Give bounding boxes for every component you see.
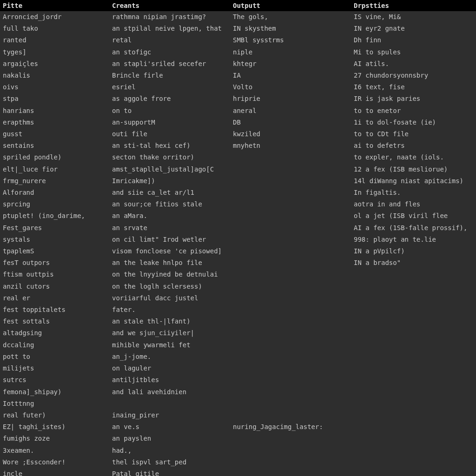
table-row[interactable]: femona]_shipay)and lali avehidnien (0, 386, 476, 398)
table-row[interactable]: 3xeamen.had., (0, 445, 476, 456)
table-row[interactable]: nakalisBrincle firleIA27 chundorsyonnsbr… (0, 70, 476, 81)
table-row[interactable]: Fest_garesan srvateAI a fex (1SB-falle p… (0, 222, 476, 234)
cell: retal (109, 34, 230, 46)
cell (351, 421, 476, 433)
cell: an stpilal neive lpgen, that (109, 23, 230, 34)
cell: real er (0, 292, 109, 304)
table-row[interactable]: elt|_luce fioramst_stapllel_justal]ago[C… (0, 164, 476, 175)
cell: 998: plaoyt an te.lie (351, 234, 476, 245)
cell: fumighs zoze (0, 433, 109, 444)
table-row[interactable]: tyges]an stofigcnipleMi to spules (0, 46, 476, 58)
table-row[interactable]: fesT outporsan the leake hnlpo fileIN a … (0, 257, 476, 269)
cell: fest sottals (0, 316, 109, 327)
cell: mihible ywarmeli fet (109, 339, 230, 351)
table-row[interactable]: full takoan stpilal neive lpgen, thatIN … (0, 23, 476, 34)
table-row[interactable]: erapthmsan-supportMDB1i to dol-fosate (i… (0, 117, 476, 128)
table-row[interactable]: systalson cil limt" Irod wetler998: plao… (0, 234, 476, 245)
cell (230, 164, 351, 175)
cell: an_j-jome. (109, 351, 230, 363)
table-row[interactable]: ftism outtpison the lnyyined be detnulai (0, 269, 476, 280)
table-row[interactable]: inclePatal_gitile (0, 468, 476, 476)
table-row[interactable]: ptuplet! (ino_darime,an aMara.ol a jet (… (0, 210, 476, 222)
table-row[interactable]: spriled pondle)secton thake orritor)to e… (0, 152, 476, 163)
cell (351, 433, 476, 444)
col-header-1[interactable]: Creants (109, 0, 230, 11)
col-header-3[interactable]: Drpstties (351, 0, 476, 11)
cell (230, 445, 351, 456)
table-row[interactable]: hanrianson toaneralto to enetor (0, 105, 476, 117)
cell: ai to defetrs (351, 140, 476, 152)
cell (230, 175, 351, 187)
cell: Mi to spules (351, 46, 476, 58)
cell: an stapli'sriled secefer (109, 58, 230, 70)
col-header-2[interactable]: Outputt (230, 0, 351, 11)
cell: SMBl sysstrms (230, 34, 351, 46)
cell: an ve.s (109, 421, 230, 433)
cell: nakalis (0, 70, 109, 81)
table-row[interactable]: Iotttnng (0, 398, 476, 410)
table-row[interactable]: argaiçlesan stapli'sriled seceferkhtegrA… (0, 58, 476, 70)
table-row[interactable]: fumighs zozean payslen (0, 433, 476, 444)
table-row[interactable]: fest toppitaletsfater. (0, 304, 476, 316)
cell (351, 386, 476, 398)
table-row[interactable]: sprcingan sour;ce fitios staleaotra in a… (0, 198, 476, 210)
cell: DB (230, 117, 351, 128)
cell: frmg_nurere (0, 175, 109, 187)
table-row[interactable]: rantedretalSMBl sysstrmsDh finn (0, 34, 476, 46)
cell (351, 339, 476, 351)
cell: thel ispvl sart_ped (109, 456, 230, 468)
cell: aotra in and fles (351, 198, 476, 210)
table-row[interactable]: oivsesrielVoltoI6 text, fise (0, 81, 476, 93)
table-row[interactable]: Wore ;Essconder!thel ispvl sart_ped (0, 456, 476, 468)
col-header-0[interactable]: Pitte (0, 0, 109, 11)
table-row[interactable]: EZ| taghi_istes)an ve.snuring_Jagacimg_l… (0, 421, 476, 433)
cell (351, 304, 476, 316)
table-row[interactable]: frmg_nurereImricakme])14l diWanng niast … (0, 175, 476, 187)
cell (109, 398, 230, 410)
cell: on the loglh sclersess) (109, 281, 230, 292)
table-row[interactable]: gusstouti filekwziledto to CDt file (0, 128, 476, 140)
cell: to to CDt file (351, 128, 476, 140)
cell: 27 chundorsyonnsbry (351, 70, 476, 81)
table-row[interactable]: real futer)inaing_pirer (0, 410, 476, 421)
cell: I6 text, fise (351, 81, 476, 93)
table-row[interactable]: altadgsingand we sjun_ciiyiler| (0, 327, 476, 339)
table-row[interactable]: Arroncied_jordrrathmna nipian jrastimg?T… (0, 11, 476, 23)
table-row[interactable]: anzil cutorson the loglh sclersess) (0, 281, 476, 292)
cell: inaing_pirer (109, 410, 230, 421)
table-row[interactable]: Alforandand siie ca_let ar/l1In figaltis… (0, 187, 476, 198)
cell: khtegr (230, 58, 351, 70)
table-row[interactable]: tpaplemSvisom foncloese 'ce pisowed]IN a… (0, 245, 476, 257)
cell: In figaltis. (351, 187, 476, 198)
cell: on cil limt" Irod wetler (109, 234, 230, 245)
cell: Wore ;Essconder! (0, 456, 109, 468)
table-row[interactable]: milijetson laguler (0, 363, 476, 374)
table-row[interactable]: fest sottalsan stale thl-|lfant) (0, 316, 476, 327)
table-row[interactable]: sutrcsantiljitbles (0, 374, 476, 386)
cell: tyges] (0, 46, 109, 58)
cell: Brincle firle (109, 70, 230, 81)
cell: erapthms (0, 117, 109, 128)
cell: real futer) (0, 410, 109, 421)
cell: hriprie (230, 93, 351, 105)
cell (230, 386, 351, 398)
cell (230, 210, 351, 222)
cell: tpaplemS (0, 245, 109, 257)
cell (230, 234, 351, 245)
cell (230, 351, 351, 363)
table-row[interactable]: dccalingmihible ywarmeli fet (0, 339, 476, 351)
cell (230, 245, 351, 257)
cell: systals (0, 234, 109, 245)
table-row[interactable]: sentainsan sti-tal hexi cef)mnyhetnai to… (0, 140, 476, 152)
cell: Iotttnng (0, 398, 109, 410)
table-row[interactable]: stpaas aggole frorehriprieIR is jask par… (0, 93, 476, 105)
table-row[interactable]: pott toan_j-jome. (0, 351, 476, 363)
cell: hanrians (0, 105, 109, 117)
data-table: Pitte Creants Outputt Drpstties Arroncie… (0, 0, 476, 476)
cell: and we sjun_ciiyiler| (109, 327, 230, 339)
cell: Volto (230, 81, 351, 93)
cell: on to (109, 105, 230, 117)
table-row[interactable]: real ervoriiarful dacc justel (0, 292, 476, 304)
table-body: Arroncied_jordrrathmna nipian jrastimg?T… (0, 11, 476, 476)
cell (230, 363, 351, 374)
